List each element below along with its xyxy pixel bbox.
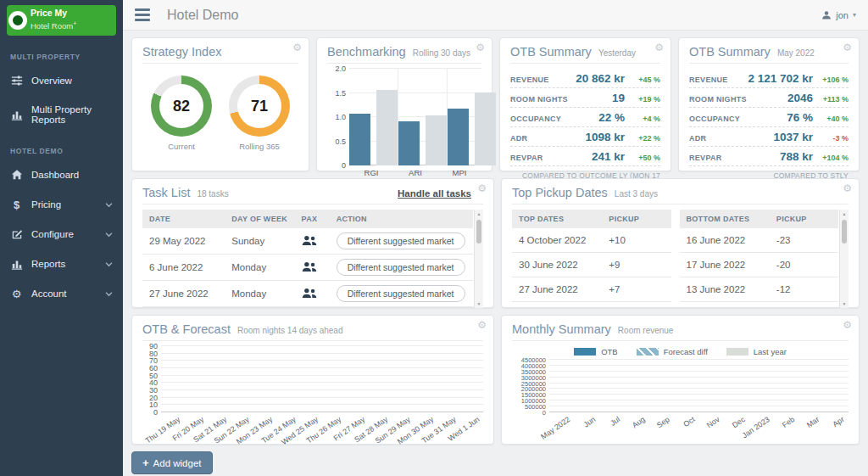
compset-bar bbox=[426, 115, 447, 165]
sidebar-item-label: Multi Property Reports bbox=[31, 104, 113, 125]
x-tick-label: Nov bbox=[705, 415, 721, 429]
bar-chart-icon bbox=[10, 258, 23, 271]
x-tick: Sep bbox=[649, 412, 674, 438]
widget-subtitle: Room nights 14 days ahead bbox=[237, 326, 343, 335]
x-tick-label: Dec bbox=[730, 415, 746, 429]
widget-settings-icon[interactable]: ⚙ bbox=[477, 320, 487, 330]
compset-bar bbox=[376, 90, 398, 165]
chevron-down-icon bbox=[105, 259, 113, 269]
chevron-down-icon bbox=[105, 199, 113, 210]
add-widget-button[interactable]: + Add widget bbox=[131, 451, 213, 474]
x-tick-label: Jun bbox=[581, 415, 597, 429]
sidebar-item-overview[interactable]: Overview bbox=[0, 66, 123, 96]
table-scrollbar[interactable]: ▲▼ bbox=[839, 210, 849, 308]
kpi-change: +40 % bbox=[813, 115, 849, 123]
scroll-down-icon[interactable]: ▼ bbox=[840, 301, 849, 306]
x-tick: Apr bbox=[824, 412, 849, 438]
home-icon bbox=[10, 169, 23, 182]
widget-settings-icon[interactable]: ⚙ bbox=[292, 42, 302, 53]
sidebar-item-reports[interactable]: Reports bbox=[0, 249, 123, 279]
x-tick: Wed 1 Jun bbox=[460, 412, 483, 441]
sliders-icon bbox=[10, 75, 23, 87]
x-tick: Jan 2023 bbox=[748, 412, 773, 438]
scrollbar-thumb[interactable] bbox=[476, 220, 481, 244]
sidebar-item-account[interactable]: ⚙Account bbox=[0, 279, 123, 309]
y-tick-label: 70 bbox=[149, 356, 158, 365]
handle-all-tasks-link[interactable]: Handle all tasks bbox=[398, 188, 471, 199]
task-action-button[interactable]: Different suggested market bbox=[337, 285, 465, 302]
widget-subtitle: May 2022 bbox=[777, 48, 815, 58]
legend-swatch bbox=[574, 348, 596, 356]
username: jon bbox=[836, 10, 849, 20]
kpi-label: REVENUE bbox=[689, 76, 728, 84]
scroll-up-icon[interactable]: ▲ bbox=[475, 211, 483, 216]
gauge-value: 71 bbox=[237, 84, 281, 128]
logo-plus: + bbox=[73, 20, 76, 26]
kpi-change: +19 % bbox=[625, 95, 660, 104]
kpi-row: ADR1037 kr-3 % bbox=[689, 127, 849, 147]
compset-bar bbox=[475, 92, 496, 165]
kpi-label: ADR bbox=[689, 134, 706, 143]
widget-settings-icon[interactable]: ⚙ bbox=[843, 183, 852, 193]
kpi-value: 22 % bbox=[598, 111, 625, 124]
main-area: Hotel Demo jon ▾ ⚙ Strategy Index 82Curr… bbox=[123, 0, 868, 476]
widget-settings-icon[interactable]: ⚙ bbox=[476, 42, 485, 53]
kpi-change: +104 % bbox=[813, 154, 849, 162]
kpi-row: REVENUE2 121 702 kr+106 % bbox=[689, 69, 849, 88]
task-action-button[interactable]: Different suggested market bbox=[337, 232, 465, 249]
kpi-value: 2 121 702 kr bbox=[748, 72, 813, 85]
benchmarking-widget: ⚙ Benchmarking Rolling 30 days 00.51.01.… bbox=[316, 37, 492, 171]
x-tick-label: MPI bbox=[437, 165, 481, 177]
widget-subtitle: Rolling 30 days bbox=[413, 48, 470, 58]
two-people-icon bbox=[302, 261, 337, 274]
pickup-row: 30 June 2022+9 bbox=[512, 253, 671, 277]
sidebar: Price My Hotel Room+ MULTI PROPERTYOverv… bbox=[0, 0, 123, 476]
user-menu[interactable]: jon ▾ bbox=[821, 10, 856, 20]
sidebar-item-dashboard[interactable]: Dashboard bbox=[0, 160, 123, 190]
widget-settings-icon[interactable]: ⚙ bbox=[654, 42, 664, 53]
scrollbar-thumb[interactable] bbox=[842, 220, 847, 244]
menu-icon[interactable] bbox=[135, 8, 150, 21]
column-header: DATE bbox=[149, 215, 231, 223]
widget-settings-icon[interactable]: ⚙ bbox=[843, 320, 852, 330]
top-bar: Hotel Demo jon ▾ bbox=[123, 0, 868, 31]
y-tick-label: 4500000 bbox=[521, 356, 546, 364]
app-logo[interactable]: Price My Hotel Room+ bbox=[7, 5, 116, 36]
task-day: Monday bbox=[231, 262, 301, 272]
dashboard-content: ⚙ Strategy Index 82Current71Rolling 365 … bbox=[123, 31, 868, 476]
widget-settings-icon[interactable]: ⚙ bbox=[477, 183, 487, 193]
x-tick-label: Oct bbox=[682, 415, 696, 428]
sidebar-section-label: MULTI PROPERTY bbox=[0, 39, 123, 66]
gauge-label: Rolling 365 bbox=[229, 142, 290, 151]
pickup-value: -23 bbox=[776, 235, 832, 245]
pickup-value: -12 bbox=[776, 284, 832, 294]
legend-item: Forecast diff bbox=[637, 347, 708, 356]
column-header: DAY OF WEEK bbox=[231, 215, 301, 223]
task-action-button[interactable]: Different suggested market bbox=[337, 259, 465, 276]
legend-swatch bbox=[637, 348, 659, 356]
sidebar-item-label: Pricing bbox=[31, 199, 61, 210]
sidebar-item-multi-property-reports[interactable]: Multi Property Reports bbox=[0, 96, 123, 133]
scroll-up-icon[interactable]: ▲ bbox=[840, 211, 849, 216]
top-dates-table: TOP DATESPICKUP4 October 2022+1030 June … bbox=[512, 210, 671, 308]
monthly-chart: 0500000100000015000002000000250000030000… bbox=[512, 360, 849, 412]
table-scrollbar[interactable]: ▲▼ bbox=[474, 210, 483, 308]
scroll-down-icon[interactable]: ▼ bbox=[475, 301, 483, 306]
y-axis: 00.51.01.52.0 bbox=[327, 69, 349, 165]
kpi-label: REVENUE bbox=[510, 76, 549, 84]
edit-icon bbox=[10, 228, 23, 241]
pickup-date: 16 June 2022 bbox=[687, 235, 776, 245]
pickup-date: 13 June 2022 bbox=[687, 284, 776, 294]
y-tick-label: 2.0 bbox=[335, 64, 346, 73]
sidebar-item-pricing[interactable]: $Pricing bbox=[0, 190, 123, 220]
bar-groups bbox=[349, 69, 481, 165]
sidebar-item-configure[interactable]: Configure bbox=[0, 220, 123, 249]
logo-ring-icon bbox=[8, 11, 27, 30]
gauge-label: Current bbox=[151, 142, 212, 151]
kpi-label: OCCUPANCY bbox=[689, 115, 740, 123]
x-tick: Jun bbox=[574, 412, 598, 438]
kpi-row: ROOM NIGHTS19+19 % bbox=[510, 88, 660, 108]
widget-settings-icon[interactable]: ⚙ bbox=[843, 42, 852, 53]
plot-area bbox=[349, 69, 481, 165]
sidebar-item-label: Account bbox=[31, 288, 67, 299]
